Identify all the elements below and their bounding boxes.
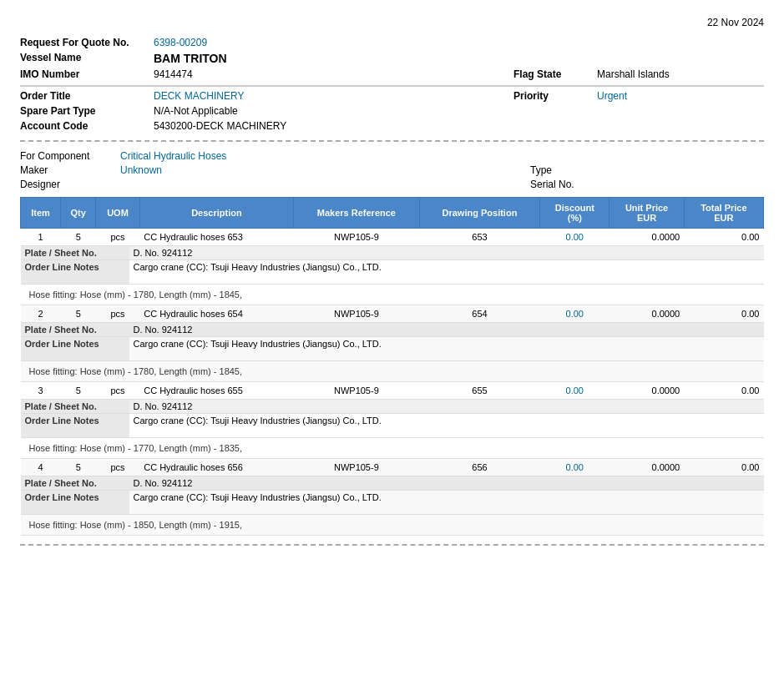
flag-label: Flag State: [513, 68, 597, 80]
col-item: Item: [21, 198, 61, 229]
col-discount: Discount(%): [540, 198, 609, 229]
plate-sheet-label: Plate / Sheet No.: [21, 476, 129, 490]
plate-sheet-row: Plate / Sheet No. D. No. 924112: [21, 400, 764, 414]
cell-drawing-pos: 656: [419, 459, 539, 476]
col-total-price: Total PriceEUR: [684, 198, 763, 229]
order-notes-cell: Order Line Notes Cargo crane (CC): Tsuji…: [21, 337, 764, 361]
order-notes-value: Cargo crane (CC): Tsuji Heavy Industries…: [129, 337, 764, 360]
order-notes-label: Order Line Notes: [21, 337, 129, 360]
order-notes-row: Order Line Notes Cargo crane (CC): Tsuji…: [21, 337, 764, 361]
col-description: Description: [139, 198, 293, 229]
hose-notes-row: Hose fitting: Hose (mm) - 1770, Length (…: [21, 438, 764, 459]
flag-value: Marshall Islands: [597, 68, 764, 80]
order-notes-line1: Cargo crane (CC): Tsuji Heavy Industries…: [134, 416, 760, 426]
cell-item: 2: [21, 305, 61, 323]
order-notes-line1: Cargo crane (CC): Tsuji Heavy Industries…: [134, 339, 760, 349]
maker-value: Unknown: [120, 164, 530, 176]
order-notes-row: Order Line Notes Cargo crane (CC): Tsuji…: [21, 414, 764, 438]
plate-sheet-cell: Plate / Sheet No. D. No. 924112: [21, 246, 764, 260]
col-uom: UOM: [96, 198, 140, 229]
cell-total-price: 0.00: [684, 459, 763, 476]
hose-notes-cell: Hose fitting: Hose (mm) - 1780, Length (…: [21, 285, 764, 305]
col-makers-ref: Makers Reference: [294, 198, 420, 229]
cell-discount: 0.00: [540, 459, 609, 476]
cell-unit-price: 0.0000: [609, 305, 684, 323]
plate-sheet-cell: Plate / Sheet No. D. No. 924112: [21, 323, 764, 337]
order-notes-label: Order Line Notes: [21, 414, 129, 437]
serial-value: [597, 179, 764, 190]
spare-value: N/A-Not Applicable: [154, 105, 513, 117]
cell-item: 4: [21, 459, 61, 476]
order-title-value: DECK MACHINERY: [154, 90, 513, 102]
table-row: 2 5 pcs CC Hydraulic hoses 654 NWP105-9 …: [21, 305, 764, 323]
cell-desc: CC Hydraulic hoses 655: [139, 382, 293, 400]
cell-item: 3: [21, 382, 61, 400]
priority-label: Priority: [513, 90, 597, 102]
hose-fitting-text: Hose fitting: Hose (mm) - 1850, Length (…: [25, 518, 760, 531]
cell-discount: 0.00: [540, 229, 609, 246]
order-notes-label: Order Line Notes: [21, 491, 129, 514]
cell-desc: CC Hydraulic hoses 656: [139, 459, 293, 476]
type-value: [597, 164, 764, 176]
designer-label: Designer: [20, 179, 120, 190]
plate-sheet-label: Plate / Sheet No.: [21, 246, 129, 259]
cell-makers-ref: NWP105-9: [294, 459, 420, 476]
plate-sheet-cell: Plate / Sheet No. D. No. 924112: [21, 476, 764, 491]
order-notes-value: Cargo crane (CC): Tsuji Heavy Industries…: [129, 491, 764, 514]
cell-qty: 5: [61, 382, 96, 400]
cell-makers-ref: NWP105-9: [294, 229, 420, 246]
table-row: 4 5 pcs CC Hydraulic hoses 656 NWP105-9 …: [21, 459, 764, 476]
cell-drawing-pos: 655: [419, 382, 539, 400]
document-date: 22 Nov 2024: [20, 17, 764, 28]
cell-uom: pcs: [96, 382, 140, 400]
plate-sheet-row: Plate / Sheet No. D. No. 924112: [21, 476, 764, 491]
rfq-label: Request For Quote No.: [20, 37, 154, 48]
col-unit-price: Unit PriceEUR: [609, 198, 684, 229]
order-notes-cell: Order Line Notes Cargo crane (CC): Tsuji…: [21, 414, 764, 438]
maker-label: Maker: [20, 164, 120, 176]
plate-sheet-value: D. No. 924112: [129, 400, 764, 413]
cell-uom: pcs: [96, 459, 140, 476]
cell-item: 1: [21, 229, 61, 246]
section-divider-bottom: [20, 544, 764, 546]
hose-notes-cell: Hose fitting: Hose (mm) - 1850, Length (…: [21, 515, 764, 536]
type-label: Type: [530, 164, 597, 176]
order-notes-label: Order Line Notes: [21, 260, 129, 284]
cell-desc: CC Hydraulic hoses 653: [139, 229, 293, 246]
order-notes-row: Order Line Notes Cargo crane (CC): Tsuji…: [21, 260, 764, 285]
hose-notes-cell: Hose fitting: Hose (mm) - 1780, Length (…: [21, 361, 764, 382]
order-notes-line2: [134, 426, 760, 436]
cell-unit-price: 0.0000: [609, 229, 684, 246]
order-notes-value: Cargo crane (CC): Tsuji Heavy Industries…: [129, 260, 764, 284]
plate-sheet-row: Plate / Sheet No. D. No. 924112: [21, 323, 764, 337]
plate-sheet-row: Plate / Sheet No. D. No. 924112: [21, 246, 764, 260]
order-notes-cell: Order Line Notes Cargo crane (CC): Tsuji…: [21, 260, 764, 285]
cell-drawing-pos: 653: [419, 229, 539, 246]
section-divider-top: [20, 140, 764, 142]
plate-sheet-label: Plate / Sheet No.: [21, 323, 129, 336]
col-qty: Qty: [61, 198, 96, 229]
order-notes-line1: Cargo crane (CC): Tsuji Heavy Industries…: [134, 492, 760, 502]
hose-fitting-text: Hose fitting: Hose (mm) - 1780, Length (…: [25, 365, 760, 378]
imo-value: 9414474: [154, 68, 513, 80]
order-notes-line2: [134, 502, 760, 512]
table-row: 3 5 pcs CC Hydraulic hoses 655 NWP105-9 …: [21, 382, 764, 400]
priority-value: Urgent: [597, 90, 764, 102]
order-title-label: Order Title: [20, 90, 154, 102]
cell-unit-price: 0.0000: [609, 459, 684, 476]
cell-uom: pcs: [96, 229, 140, 246]
cell-desc: CC Hydraulic hoses 654: [139, 305, 293, 323]
order-notes-line2: [134, 349, 760, 359]
for-component-value: Critical Hydraulic Hoses: [120, 150, 530, 162]
serial-label: Serial No.: [530, 179, 597, 190]
account-label: Account Code: [20, 120, 154, 132]
hose-notes-row: Hose fitting: Hose (mm) - 1780, Length (…: [21, 285, 764, 305]
hose-notes-row: Hose fitting: Hose (mm) - 1780, Length (…: [21, 361, 764, 382]
cell-qty: 5: [61, 459, 96, 476]
designer-value: [120, 179, 530, 190]
plate-sheet-label: Plate / Sheet No.: [21, 400, 129, 413]
account-value: 5430200-DECK MACHINERY: [154, 120, 513, 132]
cell-qty: 5: [61, 305, 96, 323]
hose-fitting-text: Hose fitting: Hose (mm) - 1770, Length (…: [25, 441, 760, 455]
col-drawing-pos: Drawing Position: [419, 198, 539, 229]
